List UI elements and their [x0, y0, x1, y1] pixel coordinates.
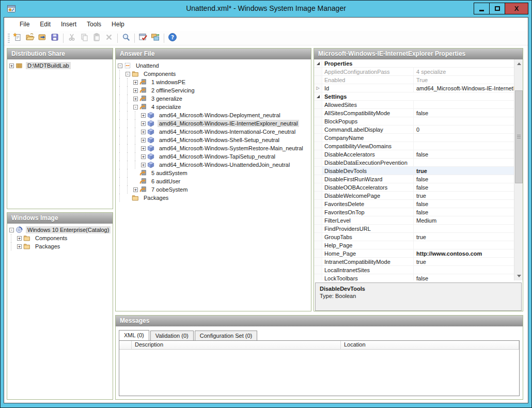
property-row[interactable]: AppliedConfigurationPass4 specialize — [314, 68, 523, 76]
find-button[interactable] — [120, 32, 132, 44]
menu-item-file[interactable]: File — [14, 19, 35, 30]
property-row[interactable]: BlockPopups — [314, 117, 523, 125]
property-row[interactable]: EnabledTrue — [314, 76, 523, 84]
property-row[interactable]: IntranetCompatibilityModetrue — [314, 258, 523, 266]
property-value[interactable]: 4 specialize — [413, 68, 523, 75]
property-value[interactable] — [413, 117, 523, 125]
messages-tab-xml[interactable]: XML (0) — [119, 330, 149, 340]
property-row[interactable]: DisableOOBAcceleratorsfalse — [314, 183, 523, 192]
validate-answer-file-button[interactable] — [137, 32, 149, 44]
save-answer-file-button[interactable] — [49, 32, 61, 44]
scrollbar-thumb[interactable] — [515, 90, 523, 183]
property-value[interactable]: true — [413, 233, 523, 241]
close-button[interactable]: X — [505, 3, 528, 14]
tree-item-label[interactable]: amd64_Microsoft-Windows-SystemRestore-Ma… — [158, 145, 305, 152]
category-collapse-icon[interactable] — [317, 95, 320, 98]
expand-toggle-icon[interactable]: + — [133, 80, 138, 85]
property-row[interactable]: AllowedSites — [314, 101, 523, 109]
property-row[interactable]: DisableFirstRunWizardfalse — [314, 175, 523, 183]
property-value[interactable]: false — [413, 109, 523, 117]
tree-item-label[interactable]: 5 auditSystem — [150, 169, 189, 177]
expand-toggle-icon[interactable]: + — [141, 154, 146, 159]
property-value[interactable]: false — [413, 200, 523, 208]
messages-tab-validation[interactable]: Validation (0) — [150, 331, 194, 340]
expand-toggle-icon[interactable]: + — [141, 146, 146, 151]
property-value[interactable] — [413, 241, 523, 249]
property-row[interactable]: Properties — [314, 59, 523, 68]
menu-item-tools[interactable]: Tools — [82, 19, 106, 30]
delete-button[interactable] — [103, 32, 115, 44]
property-value[interactable]: true — [413, 192, 523, 199]
tree-item-label[interactable]: amd64_Microsoft-Windows-UnattendedJoin_n… — [158, 161, 291, 168]
expand-toggle-icon[interactable]: + — [17, 236, 22, 241]
property-row[interactable]: LocalIntranetSites — [314, 266, 523, 274]
property-value[interactable] — [413, 134, 523, 142]
tree-item-label[interactable]: amd64_Microsoft-Windows-Deployment_neutr… — [158, 112, 282, 119]
expand-toggle-icon[interactable]: + — [141, 121, 146, 126]
property-value[interactable] — [413, 225, 523, 232]
paste-button[interactable] — [90, 32, 103, 44]
expand-toggle-icon[interactable]: + — [141, 130, 146, 134]
new-answer-file-button[interactable] — [11, 32, 24, 44]
property-row[interactable]: FilterLevelMedium — [314, 216, 523, 225]
property-value[interactable]: http://www.contoso.com — [413, 249, 523, 257]
category-collapse-icon[interactable] — [317, 62, 320, 65]
tree-item-label[interactable]: 3 generalize — [150, 95, 184, 102]
property-value[interactable]: false — [413, 274, 523, 280]
property-value[interactable]: false — [413, 175, 523, 183]
property-grid-scrollbar[interactable] — [514, 59, 523, 280]
property-row[interactable]: DisableAcceleratorsfalse — [314, 150, 523, 159]
open-answer-file-button[interactable] — [24, 32, 36, 44]
property-value[interactable] — [413, 266, 523, 274]
tree-item-label[interactable]: amd64_Microsoft-Windows-International-Co… — [158, 128, 297, 135]
property-row[interactable]: FavoritesDeletefalse — [314, 200, 523, 208]
copy-button[interactable] — [78, 32, 90, 44]
tree-item-label[interactable]: 7 oobeSystem — [150, 186, 189, 193]
tree-item-label[interactable]: Packages — [142, 194, 170, 201]
expand-toggle-icon[interactable]: + — [133, 88, 138, 93]
property-row[interactable]: Settings — [314, 92, 523, 101]
tree-item-label[interactable]: amd64_Microsoft-Windows-TapiSetup_neutra… — [158, 153, 277, 160]
collapse-toggle-icon[interactable]: - — [133, 105, 138, 109]
property-value[interactable]: true — [413, 258, 523, 265]
property-row[interactable]: Home_Pagehttp://www.contoso.com — [314, 249, 523, 258]
tree-item-label[interactable]: Packages — [34, 243, 61, 250]
tree-item-label[interactable]: 1 windowsPE — [150, 79, 187, 86]
menu-item-edit[interactable]: Edit — [35, 19, 56, 30]
scroll-down-button[interactable] — [514, 272, 523, 280]
expand-toggle-icon[interactable]: + — [133, 187, 138, 192]
property-row[interactable]: AllSitesCompatibilityModefalse — [314, 109, 523, 117]
property-row[interactable]: DisableDevToolstrue — [314, 167, 523, 175]
menu-item-insert[interactable]: Insert — [56, 19, 82, 30]
description-column-header[interactable]: Description — [132, 341, 341, 349]
property-value[interactable] — [413, 101, 523, 108]
property-value[interactable]: 0 — [413, 125, 523, 133]
property-row[interactable]: Help_Page — [314, 241, 523, 249]
menu-item-help[interactable]: Help — [106, 19, 130, 30]
property-row[interactable]: DisableWelcomePagetrue — [314, 192, 523, 200]
expand-toggle-icon[interactable]: + — [141, 113, 146, 118]
tree-item-label[interactable]: 4 specialize — [150, 103, 182, 111]
tree-item-label[interactable]: D:\MDTBuildLab — [26, 62, 71, 69]
scroll-up-button[interactable] — [514, 59, 523, 68]
tree-item-label[interactable]: 2 offlineServicing — [150, 87, 196, 94]
minimize-button[interactable] — [474, 3, 490, 14]
collapse-toggle-icon[interactable]: - — [118, 64, 122, 68]
tree-item-label[interactable]: amd64_Microsoft-Windows-IE-InternetExplo… — [158, 120, 299, 127]
messages-tab-configuration-set[interactable]: Configuration Set (0) — [195, 331, 258, 340]
property-value[interactable]: false — [413, 183, 523, 191]
property-row[interactable]: CompatibilityViewDomains — [314, 142, 523, 150]
property-value[interactable] — [413, 142, 523, 150]
expand-toggle-icon[interactable]: + — [9, 64, 14, 68]
property-value[interactable]: false — [413, 150, 523, 158]
tree-item-label[interactable]: Components — [142, 70, 177, 77]
property-row[interactable]: ▷Idamd64_Microsoft-Windows-IE-InternetEx — [314, 84, 523, 92]
tree-item-label[interactable]: amd64_Microsoft-Windows-Shell-Setup_neut… — [158, 136, 281, 144]
cut-button[interactable] — [66, 32, 78, 44]
tree-item-label[interactable]: Components — [34, 234, 69, 242]
help-button[interactable]: ? — [166, 32, 179, 44]
property-row[interactable]: CommandLabelDisplay0 — [314, 125, 523, 134]
expand-arrow-icon[interactable]: ▷ — [316, 86, 319, 90]
create-configuration-set-button[interactable] — [149, 32, 162, 44]
property-value[interactable]: Medium — [413, 216, 523, 224]
